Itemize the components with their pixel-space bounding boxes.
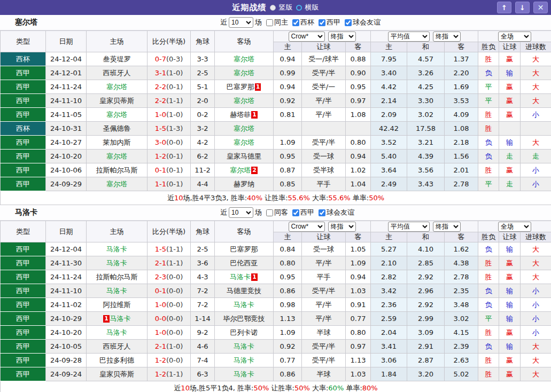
scope-select[interactable]: 全场 [498,32,531,42]
avg-draw-odds: 3.09 [407,326,445,340]
result-handicap: 赢 [499,270,521,284]
avg-away-odds: 3.48 [445,298,478,312]
home-team: 马洛卡 [87,284,148,298]
match-date: 24-10-31 [46,122,87,136]
fulltime-score: 3-0 [155,138,166,146]
column-header: 主 [274,232,302,242]
team-name-text: 塞尔塔 [106,180,127,188]
result-outcome: 胜 [478,354,499,367]
result-handicap [499,122,521,136]
match-type: 西甲 [1,298,46,312]
away-team: 赫塔菲1 [215,108,274,122]
team-name-text: 巴拉多利德 [99,356,134,364]
team-name-text: 马洛卡 [234,342,254,350]
avg-draw-odds: 4.57 [407,52,445,66]
league-filter-checkbox[interactable] [292,209,299,216]
avg-source-select[interactable]: 平均值 [388,222,430,232]
horizontal-layout-radio[interactable] [296,5,302,11]
match-type: 西甲 [1,326,46,340]
corners: 11-2 [191,163,215,177]
same-venue-label[interactable]: 同客 [274,208,288,217]
avg-final-select[interactable]: 终指 [433,32,461,42]
fulltime-score: 1-0 [155,301,166,309]
result-outcome: 平 [478,94,499,108]
halftime-score: (0-1) [166,83,183,91]
result-goals: 大 [521,256,551,270]
handicap-away-odds: 1.08 [346,108,371,122]
league-filter-checkbox[interactable] [292,19,299,26]
same-venue-label[interactable]: 同主 [274,18,288,27]
halftime-score: (0-1) [166,180,183,188]
result-outcome: 负 [478,150,499,163]
team-name-text: 西班牙人 [103,342,131,350]
team-name-text: 马洛卡 [106,287,127,295]
league-filter-label[interactable]: 球会友谊 [327,208,354,217]
match-date: 24-10-27 [46,136,87,150]
scope-select[interactable]: 全场 [498,222,531,232]
header-selectors-row: 类型日期主场比分(半场)角球客场Crow*终指平均值终指全场 [1,221,551,232]
team-name-text: 塞尔塔 [234,55,254,63]
team-name-text: 拉斯帕尔马斯 [96,166,138,174]
match-count-select[interactable]: 10 [229,207,253,218]
league-filter-label[interactable]: 西杯 [300,18,314,27]
result-handicap: 输 [499,312,521,326]
league-filter-checkbox[interactable] [319,209,325,216]
team-name-text: 阿拉维斯 [103,301,131,309]
league-filter-checkbox[interactable] [319,19,325,26]
vertical-layout-radio[interactable] [270,5,276,11]
avg-source-select[interactable]: 平均值 [388,32,430,42]
result-goals: 小 [521,108,551,122]
team-name-text: 塞尔塔 [234,97,254,105]
result-goals [521,122,551,136]
move-down-button[interactable]: ↓ [515,2,530,13]
red-card-badge: 2 [251,167,258,174]
result-handicap: 赢 [499,367,521,381]
matches-label: 场 [255,18,262,27]
summary-segment: 50% [254,384,269,392]
odds-final-select[interactable]: 终指 [328,32,356,42]
match-score: 1-1(0-1) [148,177,191,191]
move-up-button[interactable]: ↑ [497,2,511,13]
result-handicap: 赢 [499,108,521,122]
league-filter-label[interactable]: 球会友谊 [353,18,381,27]
summary-segment: 10 [174,194,183,202]
league-filter-label[interactable]: 西甲 [300,208,314,217]
horizontal-layout-label[interactable]: 横版 [305,3,319,12]
avg-away-odds: 2.35 [445,284,478,298]
result-handicap: 输 [499,298,521,312]
same-venue-checkbox[interactable] [266,209,273,216]
handicap-line: 平/半 [302,312,346,326]
summary-segment: 场,胜4平3负3, 胜率: [183,194,247,202]
avg-draw-odds: 17.58 [407,122,445,136]
result-outcome: 负 [478,66,499,80]
same-venue-checkbox[interactable] [266,19,273,26]
vertical-layout-label[interactable]: 竖版 [279,3,293,12]
team-name-text: 巴塞罗那 [227,83,254,91]
match-count-select[interactable]: 10 [229,17,253,28]
team-name-text: 马洛卡 [234,370,254,378]
handicap-away-odds: 0.77 [346,312,371,326]
odds-source-select[interactable]: Crow* [289,222,325,232]
league-filter-label[interactable]: 西甲 [327,18,340,27]
avg-final-select[interactable]: 终指 [433,222,461,232]
league-filter-checkbox[interactable] [345,19,352,26]
fulltime-score: 3-1 [155,69,166,77]
halftime-score: (0-1) [166,166,183,174]
handicap-line: 平/半 [302,256,346,270]
fulltime-score: 2-2 [155,97,166,105]
result-goals: 大 [521,367,551,381]
match-type: 西甲 [1,66,46,80]
odds-source-select[interactable]: Crow* [289,32,325,42]
match-row: 西甲24-09-24皇家贝蒂斯1-2(1-1)6-3马洛卡0.86半球1.031… [1,367,551,381]
result-handicap: 走 [499,150,521,163]
summary-segment: 10 [181,384,190,392]
summary-segment: 近 [174,384,181,392]
home-team: 马洛卡 [87,242,148,256]
column-header: 日期 [46,31,87,52]
handicap-line: 受平/半 [302,136,346,150]
odds-final-select[interactable]: 终指 [328,222,356,232]
close-button[interactable]: ✕ [533,2,548,13]
team-name-text: 马德里竞技 [227,287,261,295]
title-group: 近期战绩 竖版 横版 [232,3,319,13]
team-name-text: 赫罗纳 [234,180,254,188]
